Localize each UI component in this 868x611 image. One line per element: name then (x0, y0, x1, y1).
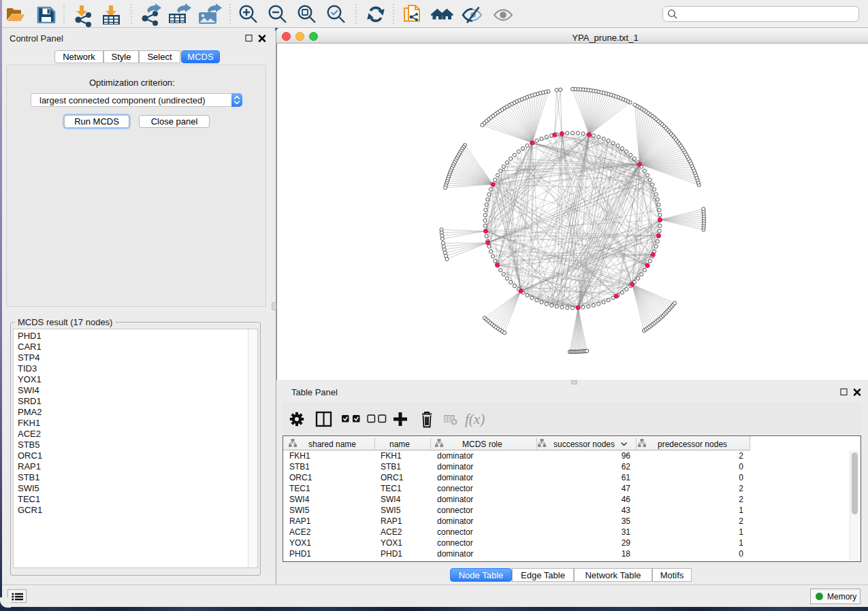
svg-text:f(x): f(x) (465, 411, 485, 427)
